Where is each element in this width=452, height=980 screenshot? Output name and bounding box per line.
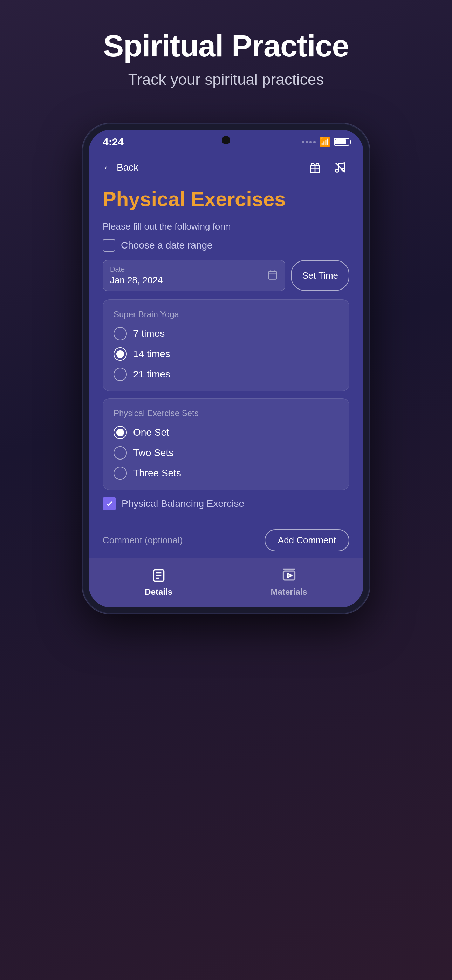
date-time-row: Date Jan 28, 2024 Set Time [103,260,349,291]
back-label: Back [117,162,138,173]
radio-14-inner [116,350,124,358]
radio-three-sets-outer [113,466,127,480]
comment-row: Comment (optional) Add Comment [103,519,349,558]
balancing-exercise-label: Physical Balancing Exercise [122,498,244,509]
date-range-label: Choose a date range [121,240,213,251]
radio-14-outer [113,347,127,361]
balancing-exercise-checkbox[interactable] [103,497,116,510]
status-icons: 📶 [302,137,349,148]
app-title: Spiritual Practice [103,28,349,64]
camera-notch [222,136,230,145]
music-off-icon [334,161,347,174]
phone-screen: 4:24 📶 ← [89,130,363,608]
radio-three-sets-label: Three Sets [133,468,181,479]
radio-21-times[interactable]: 21 times [113,368,339,381]
wifi-icon: 📶 [319,137,330,148]
add-comment-button[interactable]: Add Comment [264,529,349,551]
back-button[interactable]: ← Back [103,162,138,173]
radio-two-sets[interactable]: Two Sets [113,446,339,460]
calendar-icon [267,269,278,282]
radio-two-sets-outer [113,446,127,460]
physical-exercise-sets-title: Physical Exercise Sets [113,408,339,418]
gift-icon [309,161,321,174]
date-field[interactable]: Date Jan 28, 2024 [103,260,285,291]
set-time-button[interactable]: Set Time [291,260,349,291]
music-off-icon-button[interactable] [331,158,349,177]
svg-line-3 [336,163,345,172]
radio-two-sets-label: Two Sets [133,447,173,458]
svg-marker-10 [288,574,291,578]
back-arrow-icon: ← [103,162,113,173]
comment-label: Comment (optional) [103,535,183,546]
bottom-nav-materials-label: Materials [271,587,307,597]
nav-bar: ← Back [103,158,349,177]
svg-point-1 [336,169,339,172]
svg-rect-4 [269,271,277,279]
radio-7-times[interactable]: 7 times [113,327,339,340]
radio-14-times[interactable]: 14 times [113,347,339,361]
date-range-checkbox[interactable] [103,239,115,252]
bottom-nav: Details Materials [89,558,363,608]
radio-14-label: 14 times [133,348,170,360]
battery-icon [334,138,349,146]
page-title: Physical Exercises [103,187,349,211]
radio-7-label: 7 times [133,328,165,339]
radio-21-label: 21 times [133,369,170,380]
materials-icon [280,567,298,584]
radio-one-set[interactable]: One Set [113,426,339,439]
super-brain-yoga-card: Super Brain Yoga 7 times 14 times 21 tim… [103,299,349,391]
signal-icon [302,141,316,143]
status-time: 4:24 [103,136,124,148]
date-value: Jan 28, 2024 [110,275,162,286]
bottom-nav-details-label: Details [145,587,172,597]
bottom-nav-details[interactable]: Details [145,567,172,597]
radio-one-set-inner [116,429,124,436]
radio-one-set-label: One Set [133,427,169,438]
super-brain-yoga-title: Super Brain Yoga [113,310,339,319]
app-subtitle: Track your spiritual practices [128,71,324,88]
date-range-row[interactable]: Choose a date range [103,239,349,252]
phone-shell: 4:24 📶 ← [82,123,370,614]
radio-7-outer [113,327,127,340]
status-bar: 4:24 📶 [89,130,363,151]
details-icon [150,567,167,584]
balancing-exercise-row[interactable]: Physical Balancing Exercise [103,497,349,519]
gift-icon-button[interactable] [306,158,324,177]
form-instruction: Please fill out the following form [103,221,349,232]
physical-exercise-sets-card: Physical Exercise Sets One Set Two Sets … [103,398,349,490]
radio-21-outer [113,368,127,381]
radio-three-sets[interactable]: Three Sets [113,466,339,480]
radio-one-set-outer [113,426,127,439]
bottom-nav-materials[interactable]: Materials [271,567,307,597]
checkmark-icon [105,500,113,508]
nav-actions [306,158,349,177]
date-label: Date [110,265,162,274]
screen-content: ← Back [89,151,363,558]
